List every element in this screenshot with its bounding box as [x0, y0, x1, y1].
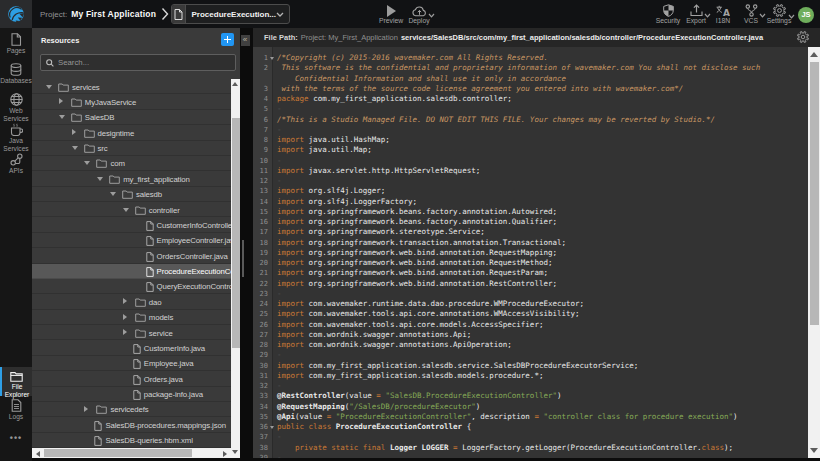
tree-item-my-first-application[interactable]: my_first_application	[32, 171, 231, 186]
open-file-dropdown[interactable]: ProcedureExecution...	[171, 4, 290, 24]
code-line: 2 This software is the confidential and …	[253, 63, 808, 73]
tree-item-service[interactable]: service	[32, 325, 231, 340]
fold-caret-icon[interactable]	[270, 426, 274, 429]
line-number: 24	[253, 299, 268, 309]
settings-button[interactable]: Settings	[757, 0, 801, 28]
search-box[interactable]: Search...	[40, 54, 236, 71]
fold-caret-icon[interactable]	[270, 57, 274, 60]
tree-item-orderscontroller-java[interactable]: OrdersController.java	[32, 248, 231, 263]
sidebar-item-file-explorer[interactable]: FileExplorer	[0, 367, 32, 396]
tree-item-queryexecutioncontroller-java[interactable]: QueryExecutionController.java	[32, 279, 231, 294]
caret-down-icon[interactable]	[84, 161, 90, 165]
tree-item-models[interactable]: models	[32, 310, 231, 325]
code-token: -	[277, 156, 282, 165]
caret-right-icon[interactable]	[123, 314, 127, 320]
tree-item-com[interactable]: com	[32, 156, 231, 171]
caret-down-icon[interactable]	[72, 146, 78, 150]
folder-icon	[135, 298, 146, 307]
code-line: 30import com.my_first_application.salesd…	[253, 361, 808, 371]
code-line: 33@RestController(value = "SalesDB.Proce…	[253, 391, 808, 401]
code-token: -	[277, 432, 282, 441]
databases-label: Databases	[0, 77, 32, 85]
tree-item-procedureexecutioncontroller-java[interactable]: ProcedureExecutionController.java	[32, 264, 231, 279]
tree-hscrollbar-thumb[interactable]	[44, 449, 192, 457]
line-number: 32	[253, 381, 268, 391]
code-line: 10-	[253, 156, 808, 166]
tree-item-controller[interactable]: controller	[32, 202, 231, 217]
sidebar-item-pages[interactable]: Pages	[0, 33, 32, 55]
line-number: 6	[253, 115, 268, 125]
tree-item-services[interactable]: services	[32, 79, 231, 94]
code-area[interactable]: 1/*Copyright (c) 2015-2016 wavemaker.com…	[253, 47, 808, 458]
tree-hscrollbar-left-icon[interactable]	[36, 451, 40, 457]
sidebar-item-databases[interactable]: Databases	[0, 63, 32, 85]
code-text: import org.slf4j.LoggerFactory;	[277, 197, 417, 207]
code-text: import org.springframework.beans.factory…	[277, 207, 557, 217]
code-token	[277, 443, 295, 452]
panel-divider: «	[240, 28, 253, 461]
tree-item-customerinfocontroller-java[interactable]: CustomerInfoController.java	[32, 217, 231, 232]
tree-item-src[interactable]: src	[32, 141, 231, 156]
tree-vscrollbar-up-icon[interactable]	[232, 82, 238, 86]
deploy-button[interactable]: Deploy	[397, 0, 441, 28]
sidebar-item-apis[interactable]: APIs	[0, 153, 32, 175]
code-text: private static final Logger LOGGER = Log…	[277, 443, 733, 453]
file-icon	[133, 359, 141, 369]
code-text: @Api(value = "ProcedureExecutionControll…	[277, 412, 738, 422]
tree-item-salesdb[interactable]: SalesDB	[32, 110, 231, 125]
tree-item-salesdb-queries-hbm-xml[interactable]: SalesDB-queries.hbm.xml	[32, 433, 231, 448]
caret-right-icon[interactable]	[123, 329, 127, 335]
caret-down-icon[interactable]	[97, 177, 103, 181]
sidebar-item-logs[interactable]: Logs	[0, 399, 32, 421]
editor-settings-gear-icon[interactable]	[797, 31, 809, 43]
tree-item-label: MyJavaService	[85, 98, 136, 107]
tree-item-package-info-java[interactable]: package-info.java	[32, 387, 231, 402]
caret-right-icon[interactable]	[72, 129, 76, 135]
code-token: =	[453, 443, 462, 452]
user-avatar[interactable]: JS	[798, 7, 814, 23]
tree-vscrollbar-down-icon[interactable]	[232, 450, 238, 454]
tree-item-orders-java[interactable]: Orders.java	[32, 371, 231, 386]
code-token: org.slf4j.LoggerFactory;	[309, 197, 417, 206]
tree-item-designtime[interactable]: designtime	[32, 125, 231, 140]
code-token: com.wordnik.swagger.annotations.ApiOpera…	[309, 340, 512, 349]
sidebar-item-java-services[interactable]: JavaServices	[0, 123, 32, 152]
caret-down-icon[interactable]	[110, 192, 116, 196]
code-text: public class ProcedureExecutionControlle…	[277, 422, 471, 432]
wavemaker-logo[interactable]	[0, 0, 32, 28]
file-icon	[146, 221, 154, 231]
tree-item-salesdb[interactable]: salesdb	[32, 187, 231, 202]
divider-grip[interactable]	[242, 240, 244, 277]
tree-item-myjavaservice[interactable]: MyJavaService	[32, 94, 231, 109]
editor-vscrollbar-down-icon[interactable]	[810, 448, 818, 453]
code-text: -	[277, 432, 282, 442]
add-resource-button[interactable]	[221, 33, 234, 46]
code-line: 3 with the terms of the source code lice…	[253, 84, 808, 94]
tree-item-employee-java[interactable]: Employee.java	[32, 356, 231, 371]
code-token: import	[277, 166, 309, 175]
caret-down-icon[interactable]	[123, 208, 129, 212]
tree-hscrollbar-right-icon[interactable]	[223, 451, 227, 457]
tree-item-servicedefs[interactable]: servicedefs	[32, 402, 231, 417]
caret-down-icon[interactable]	[46, 85, 52, 89]
caret-down-icon[interactable]	[59, 115, 65, 119]
code-token: import	[277, 197, 309, 206]
tree-item-employeecontroller-java[interactable]: EmployeeController.java	[32, 233, 231, 248]
tree-item-label: SalesDB-queries.hbm.xml	[105, 436, 192, 445]
collapse-panel-button[interactable]: «	[241, 35, 250, 46]
caret-right-icon[interactable]	[84, 406, 88, 412]
code-text: import org.springframework.transaction.a…	[277, 238, 566, 248]
editor-vscrollbar-thumb[interactable]	[810, 62, 819, 325]
tree-vscrollbar-thumb[interactable]	[232, 118, 240, 348]
sidebar-item-web-services[interactable]: WebServices	[0, 93, 32, 122]
caret-right-icon[interactable]	[59, 98, 63, 104]
tree-item-dao[interactable]: dao	[32, 294, 231, 309]
tree-item-customerinfo-java[interactable]: CustomerInfo.java	[32, 340, 231, 355]
editor-vscrollbar-up-icon[interactable]	[810, 52, 818, 57]
databases-icon	[0, 63, 32, 76]
sidebar-more-button[interactable]: •••	[0, 435, 32, 441]
tree-item-salesdb-procedures-mappings-json[interactable]: SalesDB-procedures.mappings.json	[32, 417, 231, 432]
code-token: com.wordnik.swagger.annotations.Api;	[309, 330, 472, 339]
caret-right-icon[interactable]	[123, 298, 127, 304]
line-number: 1	[253, 53, 268, 63]
